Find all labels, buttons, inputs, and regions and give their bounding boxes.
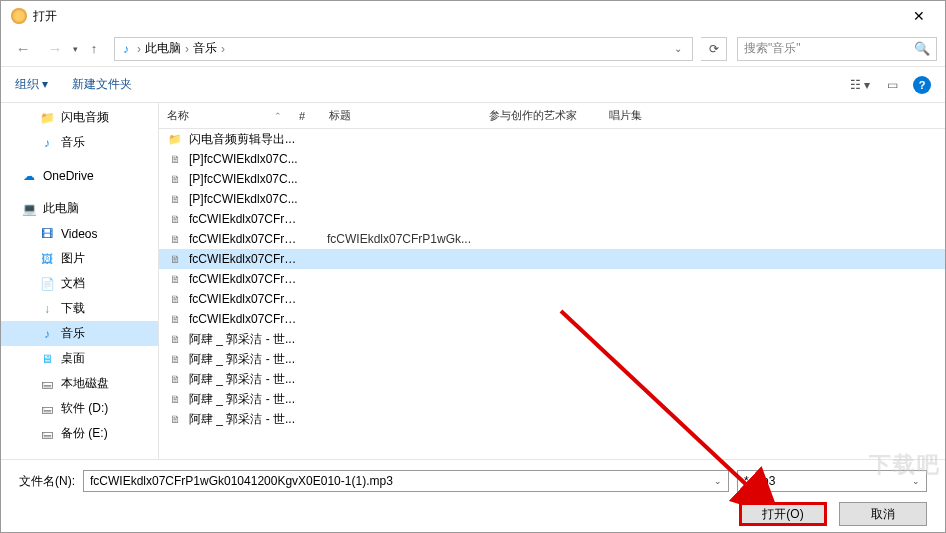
file-icon: 🗎 bbox=[167, 232, 183, 246]
tree-item[interactable]: 🖴备份 (E:) bbox=[1, 421, 158, 446]
tree-item[interactable]: 📁闪电音频 bbox=[1, 105, 158, 130]
file-row[interactable]: 🗎阿肆 _ 郭采洁 - 世... bbox=[159, 409, 945, 429]
file-row[interactable]: 🗎阿肆 _ 郭采洁 - 世... bbox=[159, 349, 945, 369]
filename-dropdown-icon[interactable]: ⌄ bbox=[714, 476, 722, 486]
view-options-icon[interactable]: ☷ ▾ bbox=[849, 75, 871, 95]
file-row[interactable]: 🗎fcCWIEkdlx07CFrP... bbox=[159, 209, 945, 229]
tree-item[interactable]: 💻此电脑 bbox=[1, 196, 158, 221]
file-row[interactable]: 🗎阿肆 _ 郭采洁 - 世... bbox=[159, 329, 945, 349]
tree-item[interactable]: 🖴本地磁盘 bbox=[1, 371, 158, 396]
tree-item[interactable]: ☁OneDrive bbox=[1, 163, 158, 188]
disk-icon: 🖴 bbox=[39, 427, 55, 441]
help-icon[interactable]: ? bbox=[913, 76, 931, 94]
file-icon: 🗎 bbox=[167, 312, 183, 326]
col-artist[interactable]: 参与创作的艺术家 bbox=[481, 103, 601, 128]
tree-label: 备份 (E:) bbox=[61, 425, 108, 442]
preview-pane-icon[interactable]: ▭ bbox=[881, 75, 903, 95]
file-icon: 🗎 bbox=[167, 272, 183, 286]
file-icon: 🗎 bbox=[167, 152, 183, 166]
dl-icon: ↓ bbox=[39, 302, 55, 316]
breadcrumb-root[interactable]: 此电脑 bbox=[145, 40, 181, 57]
file-icon: 🗎 bbox=[167, 212, 183, 226]
file-name: fcCWIEkdlx07CFrP... bbox=[189, 292, 299, 306]
column-headers: 名称⌃ # 标题 参与创作的艺术家 唱片集 bbox=[159, 103, 945, 129]
file-name: 阿肆 _ 郭采洁 - 世... bbox=[189, 391, 299, 408]
file-row[interactable]: 🗎fcCWIEkdlx07CFrP... bbox=[159, 249, 945, 269]
search-icon[interactable]: 🔍 bbox=[914, 41, 930, 56]
tree-label: 下载 bbox=[61, 300, 85, 317]
tree-label: 音乐 bbox=[61, 325, 85, 342]
folder-icon: 📁 bbox=[167, 132, 183, 146]
tree-item[interactable]: 🖼图片 bbox=[1, 246, 158, 271]
file-row[interactable]: 📁闪电音频剪辑导出... bbox=[159, 129, 945, 149]
refresh-button[interactable]: ⟳ bbox=[701, 37, 727, 61]
col-number[interactable]: # bbox=[291, 103, 321, 128]
main-area: 📁闪电音频♪音乐☁OneDrive💻此电脑🎞Videos🖼图片📄文档↓下载♪音乐… bbox=[1, 103, 945, 459]
tree-item[interactable]: ♪音乐 bbox=[1, 130, 158, 155]
file-title: fcCWIEkdlx07CFrP1wGk... bbox=[327, 232, 471, 246]
file-name: 阿肆 _ 郭采洁 - 世... bbox=[189, 331, 299, 348]
tree-item[interactable]: 🖥桌面 bbox=[1, 346, 158, 371]
file-row[interactable]: 🗎[P]fcCWIEkdlx07C... bbox=[159, 149, 945, 169]
tree-item[interactable]: ↓下载 bbox=[1, 296, 158, 321]
sidebar: 📁闪电音频♪音乐☁OneDrive💻此电脑🎞Videos🖼图片📄文档↓下载♪音乐… bbox=[1, 103, 158, 459]
filename-input[interactable]: fcCWIEkdlx07CFrP1wGk01041200KgvX0E010-1(… bbox=[83, 470, 729, 492]
col-album[interactable]: 唱片集 bbox=[601, 103, 681, 128]
file-row[interactable]: 🗎阿肆 _ 郭采洁 - 世... bbox=[159, 369, 945, 389]
col-title[interactable]: 标题 bbox=[321, 103, 481, 128]
file-name: fcCWIEkdlx07CFrP... bbox=[189, 232, 299, 246]
history-dropdown-icon[interactable]: ▾ bbox=[73, 44, 78, 54]
filename-value: fcCWIEkdlx07CFrP1wGk01041200KgvX0E010-1(… bbox=[90, 474, 393, 488]
file-row[interactable]: 🗎fcCWIEkdlx07CFrP... bbox=[159, 289, 945, 309]
search-input[interactable]: 搜索"音乐" 🔍 bbox=[737, 37, 937, 61]
toolbar: 组织 ▾ 新建文件夹 ☷ ▾ ▭ ? bbox=[1, 67, 945, 103]
tree-label: 此电脑 bbox=[43, 200, 79, 217]
tree-item[interactable]: 🎞Videos bbox=[1, 221, 158, 246]
file-name: [P]fcCWIEkdlx07C... bbox=[189, 172, 299, 186]
file-row[interactable]: 🗎[P]fcCWIEkdlx07C... bbox=[159, 189, 945, 209]
file-icon: 🗎 bbox=[167, 392, 183, 406]
file-row[interactable]: 🗎fcCWIEkdlx07CFrP...fcCWIEkdlx07CFrP1wGk… bbox=[159, 229, 945, 249]
organize-button[interactable]: 组织 ▾ bbox=[15, 76, 48, 93]
file-name: [P]fcCWIEkdlx07C... bbox=[189, 152, 299, 166]
file-row[interactable]: 🗎fcCWIEkdlx07CFrP... bbox=[159, 309, 945, 329]
file-row[interactable]: 🗎阿肆 _ 郭采洁 - 世... bbox=[159, 389, 945, 409]
tree-label: 本地磁盘 bbox=[61, 375, 109, 392]
sort-icon: ⌃ bbox=[274, 111, 282, 121]
tree-label: OneDrive bbox=[43, 169, 94, 183]
forward-button[interactable]: → bbox=[41, 36, 69, 62]
close-button[interactable]: ✕ bbox=[897, 2, 941, 30]
newfolder-button[interactable]: 新建文件夹 bbox=[72, 76, 132, 93]
video-icon: 🎞 bbox=[39, 227, 55, 241]
file-rows: 📁闪电音频剪辑导出...🗎[P]fcCWIEkdlx07C...🗎[P]fcCW… bbox=[159, 129, 945, 459]
file-icon: 🗎 bbox=[167, 192, 183, 206]
file-icon: 🗎 bbox=[167, 172, 183, 186]
file-row[interactable]: 🗎fcCWIEkdlx07CFrP... bbox=[159, 269, 945, 289]
navbar: ← → ▾ ↑ ♪ › 此电脑 › 音乐 › ⌄ ⟳ 搜索"音乐" 🔍 bbox=[1, 31, 945, 67]
breadcrumb-folder[interactable]: 音乐 bbox=[193, 40, 217, 57]
footer: 文件名(N): fcCWIEkdlx07CFrP1wGk01041200KgvX… bbox=[1, 459, 945, 529]
cancel-button[interactable]: 取消 bbox=[839, 502, 927, 526]
filter-value: *.mp3 bbox=[744, 474, 775, 488]
file-row[interactable]: 🗎[P]fcCWIEkdlx07C... bbox=[159, 169, 945, 189]
chevron-right-icon: › bbox=[217, 42, 229, 56]
col-name[interactable]: 名称⌃ bbox=[159, 103, 291, 128]
folder-icon: 📁 bbox=[39, 111, 55, 125]
filetype-filter[interactable]: *.mp3 ⌄ bbox=[737, 470, 927, 492]
tree-item[interactable]: 📄文档 bbox=[1, 271, 158, 296]
tree-item[interactable]: ♪音乐 bbox=[1, 321, 158, 346]
pc-icon: 💻 bbox=[21, 202, 37, 216]
open-button[interactable]: 打开(O) bbox=[739, 502, 827, 526]
file-icon: 🗎 bbox=[167, 372, 183, 386]
tree-item[interactable]: 🖴软件 (D:) bbox=[1, 396, 158, 421]
tree-label: 音乐 bbox=[61, 134, 85, 151]
breadcrumb[interactable]: ♪ › 此电脑 › 音乐 › ⌄ bbox=[114, 37, 693, 61]
breadcrumb-dropdown-icon[interactable]: ⌄ bbox=[668, 38, 688, 60]
filter-dropdown-icon[interactable]: ⌄ bbox=[912, 476, 920, 486]
tree-label: Videos bbox=[61, 227, 97, 241]
music-icon: ♪ bbox=[123, 42, 129, 56]
up-button[interactable]: ↑ bbox=[82, 36, 106, 62]
file-icon: 🗎 bbox=[167, 412, 183, 426]
pic-icon: 🖼 bbox=[39, 252, 55, 266]
back-button[interactable]: ← bbox=[9, 36, 37, 62]
